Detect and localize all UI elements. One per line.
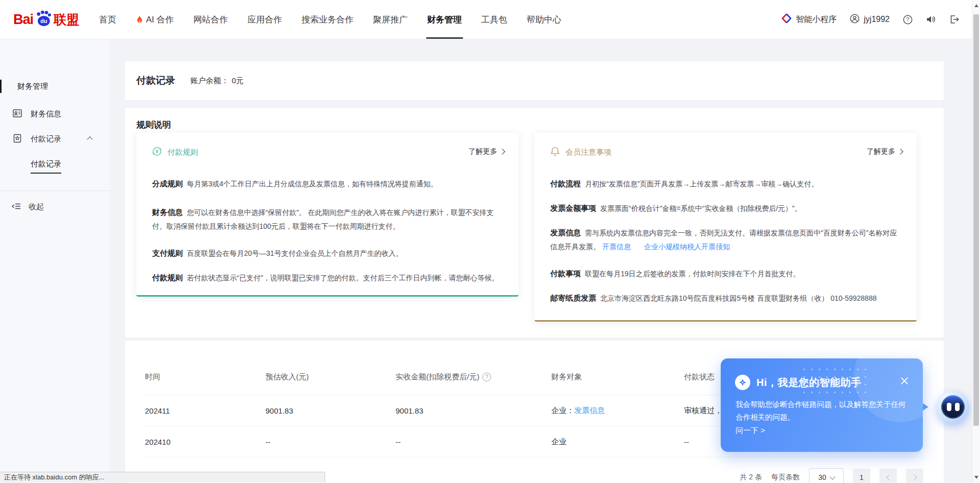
assistant-robot-button[interactable] — [937, 391, 969, 423]
chevron-up-icon[interactable] — [88, 137, 92, 141]
rule-item: 分成规则每月第3或4个工作日产出上月分成信息及发票信息，如有特殊情况将提前通知。 — [152, 177, 504, 191]
rule-item: 付款事项联盟在每月19日之后签收的发票，付款时间安排在下个月首批支付。 — [550, 267, 902, 281]
page-header-card: 付款记录 账户余额： 0元 — [125, 61, 944, 100]
rule-item: 付款规则若付款状态显示“已支付”，说明联盟已安排了您的付款。支付后三个工作日内到… — [152, 271, 504, 285]
coin-icon — [152, 146, 162, 158]
flame-icon — [136, 15, 143, 25]
robot-eye — [947, 403, 951, 411]
balance-label: 账户余额： — [190, 76, 229, 86]
baidu-union-finance-page: Bai du 联盟 首页 AI 合作 网站合作 应用合作 搜索业务合 — [0, 0, 980, 483]
rule-item: 财务信息您可以在财务信息中选择“保留付款”。 在此期间您产生的收入将在账户内进行… — [152, 205, 504, 233]
nav-website-cooperation[interactable]: 网站合作 — [184, 0, 238, 39]
smart-program-icon — [781, 13, 792, 26]
col-actual-amount: 实收金额(扣除税费后/元) ? — [396, 372, 551, 382]
cell-time: 202411 — [145, 406, 265, 415]
sidebar-item-finance-info[interactable]: 财务信息 — [12, 108, 66, 120]
chevron-right-icon — [499, 149, 505, 154]
pagination-bar: 共 2 条 每页条数 30 1 — [740, 468, 923, 483]
scrollbar-thumb[interactable] — [973, 14, 979, 426]
robot-eye — [955, 403, 960, 411]
scroll-up-arrow-icon[interactable] — [974, 4, 978, 7]
sidebar-subitem-payment-records[interactable]: 付款记录 — [31, 159, 61, 174]
payment-rules-title: 付款规则 — [167, 148, 198, 157]
cell-estimated: 9001.83 — [265, 406, 396, 415]
rules-section-card: 规则说明 付款规则 了解更多 分成规则每月第3或4个工作日产出上月分成信息及发票… — [125, 108, 944, 337]
member-notices-more-link[interactable]: 了解更多 — [867, 147, 902, 156]
sidebar-section-title: 财务管理 — [17, 82, 48, 91]
compass-icon — [735, 375, 750, 390]
rule-item: 发票信息需与系统内发票信息内容完全一致，否则无法支付。请根据发票信息页面中“百度… — [550, 226, 902, 254]
nav-screen-promotion[interactable]: 聚屏推广 — [363, 0, 418, 39]
total-count-label: 共 2 条 — [740, 473, 762, 482]
rule-item: 发票金额事项发票票面“价税合计”金额=系统中“实收金额（扣除税费后/元）”。 — [550, 201, 902, 215]
active-section-marker — [0, 80, 2, 93]
nav-toolkit[interactable]: 工具包 — [472, 0, 517, 39]
nav-app-cooperation[interactable]: 应用合作 — [238, 0, 292, 39]
ask-now-link[interactable]: 问一下 > — [736, 426, 765, 436]
cell-estimated: -- — [265, 438, 396, 446]
rule-item: 付款流程月初按“发票信息”页面开具发票→上传发票→邮寄发票→审核→确认支付。 — [550, 177, 902, 191]
prev-page-button[interactable] — [879, 469, 897, 483]
main-nav: 首页 AI 合作 网站合作 应用合作 搜索业务合作 聚屏推广 财务管理 工具包 … — [89, 0, 571, 39]
bell-icon — [550, 146, 560, 158]
smart-mini-program-link[interactable]: 智能小程序 — [781, 13, 837, 26]
user-account[interactable]: jyj1992 — [850, 14, 890, 26]
logout-icon[interactable] — [949, 14, 960, 25]
cell-actual: 9001.83 — [396, 406, 551, 415]
payment-rules-more-link[interactable]: 了解更多 — [469, 147, 504, 156]
username: jyj1992 — [864, 15, 890, 24]
chevron-left-icon — [886, 474, 892, 480]
status-text: 正在等待 xlab.baidu.com 的响应... — [4, 473, 105, 482]
chevron-right-icon — [911, 474, 917, 480]
rule-item: 邮寄纸质发票北京市海淀区西北旺东路10号院百度科技园5号楼 百度联盟财务组（收）… — [550, 291, 902, 305]
per-page-select[interactable]: 30 — [809, 468, 844, 483]
assistant-popup: Hi，我是您的智能助手 我会帮助您诊断合作链路问题，以及解答您关于任何合作相关的… — [721, 358, 923, 452]
page-number-button[interactable]: 1 — [853, 469, 870, 483]
small-taxpayer-guide-link[interactable]: 企业小规模纳税人开票须知 — [644, 243, 730, 251]
nav-ai-cooperation[interactable]: AI 合作 — [126, 0, 184, 39]
scroll-down-arrow-icon[interactable] — [974, 476, 978, 479]
nav-help-center[interactable]: 帮助中心 — [517, 0, 571, 39]
topbar-right-cluster: 智能小程序 jyj1992 ? — [781, 0, 960, 39]
rules-section-title: 规则说明 — [136, 119, 171, 131]
member-notices-title: 会员注意事项 — [566, 148, 611, 157]
chevron-down-icon — [829, 474, 835, 479]
invoice-info-link[interactable]: 开票信息 — [602, 243, 631, 251]
cell-entity: 企业 — [551, 437, 684, 447]
finance-info-icon — [12, 108, 22, 120]
sidebar-divider — [0, 190, 110, 191]
robot-face-icon — [941, 395, 965, 419]
invoice-info-cell-link[interactable]: 发票信息 — [574, 406, 605, 416]
page-scrollbar[interactable] — [972, 0, 980, 483]
logo-text-bai: Bai — [13, 12, 33, 28]
assistant-popup-header: Hi，我是您的智能助手 — [735, 375, 862, 390]
finance-sidebar: 财务管理 财务信息 付款记录 付款记录 — [0, 39, 110, 483]
page-title: 付款记录 — [136, 74, 175, 87]
member-notices-card: 会员注意事项 了解更多 付款流程月初按“发票信息”页面开具发票→上传发票→邮寄发… — [534, 133, 917, 322]
cell-time: 202410 — [145, 438, 265, 446]
baidu-union-logo[interactable]: Bai du 联盟 — [13, 10, 79, 29]
svg-text:?: ? — [906, 17, 910, 22]
payment-rules-header: 付款规则 — [152, 146, 198, 158]
rule-item: 支付规则百度联盟会在每月20号—31号支付企业会员上个自然月产生的收入。 — [152, 246, 504, 260]
member-notices-header: 会员注意事项 — [550, 146, 611, 158]
nav-search-business[interactable]: 搜索业务合作 — [292, 0, 363, 39]
help-icon[interactable]: ? — [903, 15, 913, 25]
nav-home[interactable]: 首页 — [89, 0, 126, 39]
close-icon[interactable] — [899, 376, 910, 386]
sidebar-item-payment-records[interactable]: 付款记录 — [12, 133, 92, 145]
next-page-button[interactable] — [906, 469, 923, 483]
col-time: 时间 — [145, 372, 265, 382]
cell-actual: -- — [396, 438, 551, 446]
col-finance-entity: 财务对象 — [551, 372, 684, 382]
nav-finance-management[interactable]: 财务管理 — [418, 0, 472, 39]
top-navigation-bar: Bai du 联盟 首页 AI 合作 网站合作 应用合作 搜索业务合 — [0, 0, 980, 39]
question-circle-icon[interactable]: ? — [482, 373, 491, 381]
user-icon — [850, 14, 860, 26]
browser-status-bar: 正在等待 xlab.baidu.com 的响应... — [0, 472, 325, 482]
sidebar-collapse-button[interactable]: 收起 — [11, 201, 44, 213]
collapse-icon — [11, 201, 21, 213]
per-page-label: 每页条数 — [771, 473, 800, 482]
sound-icon[interactable] — [926, 14, 936, 25]
baidu-paw-icon: du — [34, 10, 53, 29]
